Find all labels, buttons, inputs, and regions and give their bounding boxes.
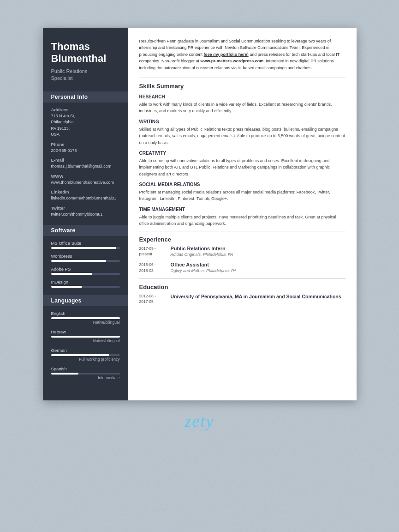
language-level: Intermediate xyxy=(51,375,120,380)
language-bar-bg xyxy=(51,354,120,356)
language-level: Native/bilingual xyxy=(51,339,120,343)
portfolio-link[interactable]: (see my portfolio here) xyxy=(204,52,249,57)
linkedin-value: linkedin.com/me/thomblumenthal81 xyxy=(51,195,120,202)
software-bar-fill xyxy=(51,273,92,275)
exp-date: 2015-06 -2015-08 xyxy=(139,262,171,274)
languages-heading: Languages xyxy=(43,295,128,306)
language-name: Spanish xyxy=(51,366,120,371)
education-row: 2012-08 -2017-05 University of Pennsylva… xyxy=(139,293,345,305)
edu-content: University of Pennsylvania, MA in Journa… xyxy=(171,293,345,305)
skill-item: RESEARCH Able to work with many kinds of… xyxy=(139,94,345,115)
skills-heading: Skills Summary xyxy=(139,83,345,90)
language-item: German Full working proficiency xyxy=(51,348,120,362)
skill-heading: SOCIAL MEDIA RELATIONS xyxy=(139,182,345,187)
skill-item: CREATIVITY Able to come up with innovati… xyxy=(139,151,345,177)
skill-text: Proficient at managing social media rela… xyxy=(139,189,345,202)
software-bar-bg xyxy=(51,260,120,262)
skill-heading: RESEARCH xyxy=(139,94,345,99)
education-heading: Education xyxy=(139,284,345,290)
email-label: E-mail xyxy=(51,157,120,163)
experience-divider xyxy=(139,231,345,231)
experience-row: 2015-06 -2015-08 Office Assistant Oglivy… xyxy=(139,262,345,274)
experience-row: 2017-09 -present Public Relations Intern… xyxy=(139,246,345,258)
language-level: Full working proficiency xyxy=(51,357,120,362)
skills-divider xyxy=(139,78,345,78)
edu-date: 2012-08 -2017-05 xyxy=(139,293,171,305)
skill-item: SOCIAL MEDIA RELATIONS Proficient at man… xyxy=(139,182,345,202)
software-item: MS Office Suite xyxy=(51,241,120,249)
software-bar-bg xyxy=(51,247,120,249)
language-item: Spanish Intermediate xyxy=(51,366,120,380)
twitter-label: Twitter xyxy=(51,206,120,211)
exp-company: Adidas Originals, Philadelphia, PA xyxy=(171,252,345,257)
experience-list: 2017-09 -present Public Relations Intern… xyxy=(139,246,345,274)
languages-section: English Native/bilingual Hebrew Native/b… xyxy=(51,311,120,380)
edu-school: University of Pennsylvania, MA in Journa… xyxy=(171,293,345,300)
skill-text: Able to work with many kinds of clients … xyxy=(139,101,345,115)
language-bar-fill xyxy=(51,336,120,338)
skill-heading: TIME MANAGEMENT xyxy=(139,207,345,212)
address-label: Address xyxy=(51,107,120,112)
exp-company: Oglivy and Mather, Philadelphia, PA xyxy=(171,268,345,273)
exp-content: Office Assistant Oglivy and Mather, Phil… xyxy=(171,262,345,274)
experience-heading: Experience xyxy=(139,236,345,243)
skill-text: Able to juggle multiple clients and proj… xyxy=(139,214,345,227)
person-name: ThomasBlumenthal xyxy=(51,41,120,65)
exp-content: Public Relations Intern Adidas Originals… xyxy=(171,246,345,258)
skill-text: Skilled at writing all types of Public R… xyxy=(139,126,345,146)
www-value: www.thomblumenthalcreative.com xyxy=(51,180,120,186)
language-bar-fill xyxy=(51,354,110,356)
language-bar-fill xyxy=(51,373,79,375)
exp-date: 2017-09 -present xyxy=(139,246,171,258)
skill-item: TIME MANAGEMENT Able to juggle multiple … xyxy=(139,207,345,227)
software-item: Adobe PS xyxy=(51,266,120,275)
email-value: thomas.j.blumenthal@gmail.com xyxy=(51,163,120,170)
summary-paragraph: Results-driven Penn graduate in Journali… xyxy=(139,38,345,71)
exp-title: Office Assistant xyxy=(171,262,345,267)
phone-label: Phone xyxy=(51,142,120,147)
education-divider xyxy=(139,278,345,279)
phone-value: 202-555-0173 xyxy=(51,148,120,154)
software-item: InDesign xyxy=(51,279,120,288)
person-title: Public RelationsSpecialist xyxy=(51,68,120,82)
language-name: Hebrew xyxy=(51,329,120,334)
language-item: English Native/bilingual xyxy=(51,311,120,325)
skill-heading: WRITING xyxy=(139,119,345,124)
skill-item: WRITING Skilled at writing all types of … xyxy=(139,119,345,146)
www-label: WWW xyxy=(51,174,120,179)
skill-heading: CREATIVITY xyxy=(139,151,345,156)
brand-footer: zety xyxy=(185,411,214,431)
exp-title: Public Relations Intern xyxy=(171,246,345,251)
language-item: Hebrew Native/bilingual xyxy=(51,329,120,343)
resume-document: ThomasBlumenthal Public RelationsSpecial… xyxy=(43,28,357,400)
personal-info-section: Address 713 N 4th St,Philadelphia,PA 191… xyxy=(51,107,120,218)
software-bar-fill xyxy=(51,260,106,262)
twitter-value: twitter.com/thommybloom81 xyxy=(51,212,120,218)
software-item: Wordpress xyxy=(51,254,120,262)
software-bar-bg xyxy=(51,286,120,288)
language-level: Native/bilingual xyxy=(51,320,120,325)
sidebar: ThomasBlumenthal Public RelationsSpecial… xyxy=(43,28,128,400)
software-name: MS Office Suite xyxy=(51,241,120,246)
personal-info-heading: Personal Info xyxy=(43,91,128,103)
language-bar-bg xyxy=(51,336,120,338)
education-list: 2012-08 -2017-05 University of Pennsylva… xyxy=(139,293,345,305)
address-value: 713 N 4th St,Philadelphia,PA 19123,USA xyxy=(51,113,120,138)
software-bar-fill xyxy=(51,247,117,249)
software-name: Adobe PS xyxy=(51,266,120,272)
skills-list: RESEARCH Able to work with many kinds of… xyxy=(139,94,345,227)
language-name: English xyxy=(51,311,120,316)
language-bar-bg xyxy=(51,373,120,375)
language-bar-fill xyxy=(51,317,120,319)
software-bar-bg xyxy=(51,273,120,275)
skill-text: Able to come up with innovative solution… xyxy=(139,157,345,177)
main-content: Results-driven Penn graduate in Journali… xyxy=(128,28,357,400)
software-bar-fill xyxy=(51,286,82,288)
blog-url[interactable]: www.pr-matters.wordpress.com xyxy=(201,59,264,63)
language-name: German xyxy=(51,348,120,353)
language-bar-bg xyxy=(51,317,120,319)
software-name: Wordpress xyxy=(51,254,120,259)
linkedin-label: LinkedIn xyxy=(51,189,120,194)
software-name: InDesign xyxy=(51,279,120,284)
software-section: MS Office Suite Wordpress Adobe PS InDes… xyxy=(51,241,120,288)
